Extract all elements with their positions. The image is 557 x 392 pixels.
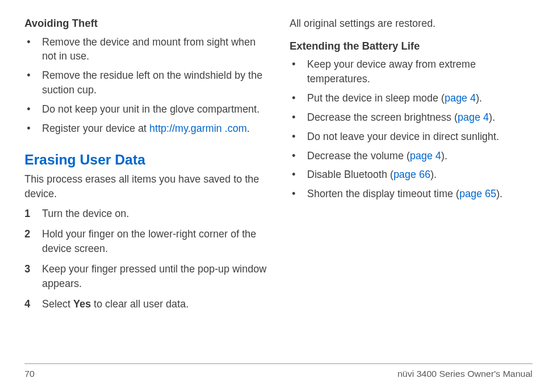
text-segment: to clear all user data. (91, 298, 189, 310)
step-item: 2 Hold your finger on the lower-right co… (25, 227, 267, 256)
page-link[interactable]: page 4 (458, 111, 489, 123)
step-number: 4 (25, 297, 42, 312)
text-segment: Put the device in sleep mode ( (307, 92, 444, 104)
text-segment: Register your device at (42, 123, 149, 134)
text-segment: ). (430, 169, 437, 180)
right-column: All original settings are restored. Exte… (290, 16, 532, 355)
bullet-icon: • (25, 68, 42, 97)
text-segment: Select (42, 298, 74, 310)
page-link[interactable]: page 4 (444, 92, 476, 104)
step-text: Hold your finger on the lower-right corn… (42, 227, 267, 256)
avoiding-theft-list: • Remove the device and mount from sight… (25, 35, 267, 136)
page-link[interactable]: page 66 (394, 169, 430, 180)
page-link[interactable]: page 4 (410, 150, 441, 162)
text-segment: Shorten the display timeout time ( (307, 188, 459, 200)
list-item: • Remove the device and mount from sight… (25, 35, 267, 64)
step-number: 3 (25, 262, 42, 291)
step-text: Select Yes to clear all user data. (42, 297, 267, 312)
page-link[interactable]: page 65 (459, 188, 496, 200)
list-item-text: Do not keep your unit in the glove compa… (42, 102, 267, 117)
step-number: 1 (25, 206, 42, 221)
step-text: Turn the device on. (42, 206, 267, 221)
text-segment: ). (496, 188, 503, 200)
list-item: • Keep your device away from extreme tem… (290, 57, 532, 86)
list-item: • Shorten the display timeout time (page… (290, 187, 532, 201)
list-item-text: Remove the residue left on the windshiel… (42, 68, 267, 97)
manual-title: nüvi 3400 Series Owner's Manual (398, 368, 532, 380)
text-segment: Decrease the screen brightness ( (307, 111, 458, 123)
list-item-text: Decrease the volume (page 4). (307, 149, 532, 163)
text-segment: ). (489, 111, 495, 123)
list-item: • Decrease the volume (page 4). (290, 149, 532, 163)
list-item-text: Put the device in sleep mode (page 4). (307, 91, 532, 106)
step-item: 4 Select Yes to clear all user data. (25, 297, 267, 312)
bullet-icon: • (25, 102, 42, 117)
list-item-text: Do not leave your device in direct sunli… (307, 130, 532, 144)
bullet-icon: • (25, 121, 42, 136)
step-item: 3 Keep your finger pressed until the pop… (25, 262, 267, 291)
list-item-text: Disable Bluetooth (page 66). (307, 167, 532, 182)
bullet-icon: • (290, 110, 307, 125)
heading-erasing-user-data: Erasing User Data (25, 150, 267, 170)
list-item-text: Decrease the screen brightness (page 4). (307, 110, 532, 125)
text-segment: ). (476, 92, 482, 104)
heading-avoiding-theft: Avoiding Theft (25, 16, 267, 32)
bold-yes: Yes (74, 298, 91, 310)
step-text: Keep your finger pressed until the pop-u… (42, 262, 267, 291)
bullet-icon: • (290, 130, 307, 144)
list-item-text: Register your device at http://my.garmin… (42, 121, 267, 136)
text-segment: ). (441, 150, 448, 162)
text-segment: Decrease the volume ( (307, 150, 410, 162)
bullet-icon: • (290, 149, 307, 163)
bullet-icon: • (25, 35, 42, 64)
bullet-icon: • (290, 167, 307, 182)
heading-battery-life: Extending the Battery Life (290, 39, 532, 54)
erasing-steps: 1 Turn the device on. 2 Hold your finger… (25, 206, 267, 311)
bullet-icon: • (290, 91, 307, 106)
list-item-text: Shorten the display timeout time (page 6… (307, 187, 532, 201)
garmin-link[interactable]: http://my.garmin .com (149, 123, 247, 134)
list-item: • Put the device in sleep mode (page 4). (290, 91, 532, 106)
page-number: 70 (25, 368, 34, 380)
text-segment: Disable Bluetooth ( (307, 169, 394, 180)
list-item-text: Keep your device away from extreme tempe… (307, 57, 532, 86)
list-item: • Do not leave your device in direct sun… (290, 130, 532, 144)
page-footer: 70 nüvi 3400 Series Owner's Manual (25, 363, 532, 380)
list-item: • Register your device at http://my.garm… (25, 121, 267, 136)
text-segment: . (247, 123, 250, 134)
step-item: 1 Turn the device on. (25, 206, 267, 221)
battery-life-list: • Keep your device away from extreme tem… (290, 57, 532, 201)
list-item: • Remove the residue left on the windshi… (25, 68, 267, 97)
bullet-icon: • (290, 187, 307, 201)
list-item: • Do not keep your unit in the glove com… (25, 102, 267, 117)
list-item-text: Remove the device and mount from sight w… (42, 35, 267, 64)
left-column: Avoiding Theft • Remove the device and m… (25, 16, 267, 355)
step-number: 2 (25, 227, 42, 256)
restore-text: All original settings are restored. (290, 16, 532, 31)
bullet-icon: • (290, 57, 307, 86)
page-columns: Avoiding Theft • Remove the device and m… (25, 16, 532, 355)
erasing-intro: This process erases all items you have s… (25, 172, 267, 201)
list-item: • Decrease the screen brightness (page 4… (290, 110, 532, 125)
list-item: • Disable Bluetooth (page 66). (290, 167, 532, 182)
